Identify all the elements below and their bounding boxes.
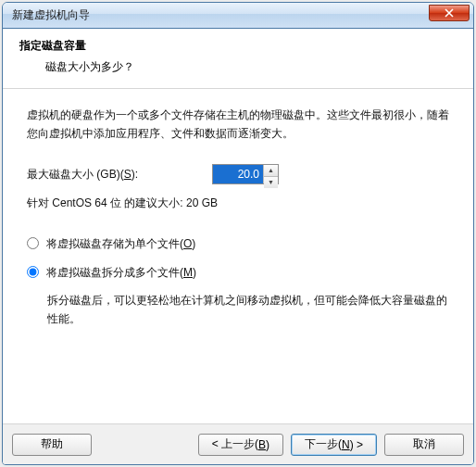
disk-size-accel: S <box>124 168 132 181</box>
radio-split-files[interactable]: 将虚拟磁盘拆分成多个文件(M) <box>27 263 449 282</box>
disk-size-label-pre: 最大磁盘大小 (GB)( <box>27 168 124 181</box>
page-subtitle: 磁盘大小为多少？ <box>19 59 457 75</box>
titlebar: 新建虚拟机向导 <box>3 3 473 29</box>
spinner-up[interactable]: ▲ <box>264 165 278 177</box>
radio-split-files-input[interactable] <box>27 266 39 278</box>
recommended-size-text: 针对 CentOS 64 位 的建议大小: 20 GB <box>27 194 449 212</box>
help-button[interactable]: 帮助 <box>12 434 92 456</box>
spinner-buttons: ▲ ▼ <box>263 165 278 183</box>
page-title: 指定磁盘容量 <box>19 38 457 54</box>
disk-size-row: 最大磁盘大小 (GB)(S): ▲ ▼ <box>27 164 449 184</box>
next-button[interactable]: 下一步(N) > <box>291 434 377 456</box>
cancel-button[interactable]: 取消 <box>384 434 464 456</box>
radio-split-files-label: 将虚拟磁盘拆分成多个文件(M) <box>46 263 196 282</box>
back-button[interactable]: < 上一步(B) <box>198 434 283 456</box>
radio-single-file-input[interactable] <box>27 237 39 249</box>
disk-size-input[interactable] <box>213 165 263 183</box>
description-text: 虚拟机的硬盘作为一个或多个文件存储在主机的物理磁盘中。这些文件最初很小，随着您向… <box>27 106 449 144</box>
radio-split-description: 拆分磁盘后，可以更轻松地在计算机之间移动虚拟机，但可能会降低大容量磁盘的性能。 <box>47 291 449 329</box>
disk-size-label-post: ): <box>132 168 138 181</box>
wizard-content: 虚拟机的硬盘作为一个或多个文件存储在主机的物理磁盘中。这些文件最初很小，随着您向… <box>3 89 473 423</box>
spinner-down[interactable]: ▼ <box>264 177 278 188</box>
disk-storage-radio-group: 将虚拟磁盘存储为单个文件(O) 将虚拟磁盘拆分成多个文件(M) 拆分磁盘后，可以… <box>27 234 449 329</box>
close-button[interactable] <box>429 5 470 21</box>
window-title: 新建虚拟机向导 <box>12 7 429 23</box>
wizard-footer: 帮助 < 上一步(B) 下一步(N) > 取消 <box>3 423 473 464</box>
wizard-window: 新建虚拟机向导 指定磁盘容量 磁盘大小为多少？ 虚拟机的硬盘作为一个或多个文件存… <box>2 2 474 465</box>
close-icon <box>445 8 454 18</box>
wizard-header: 指定磁盘容量 磁盘大小为多少？ <box>3 29 473 89</box>
radio-single-file-label: 将虚拟磁盘存储为单个文件(O) <box>46 234 195 253</box>
radio-single-file[interactable]: 将虚拟磁盘存储为单个文件(O) <box>27 234 449 253</box>
disk-size-label: 最大磁盘大小 (GB)(S): <box>27 165 212 183</box>
disk-size-spinner: ▲ ▼ <box>212 164 279 184</box>
